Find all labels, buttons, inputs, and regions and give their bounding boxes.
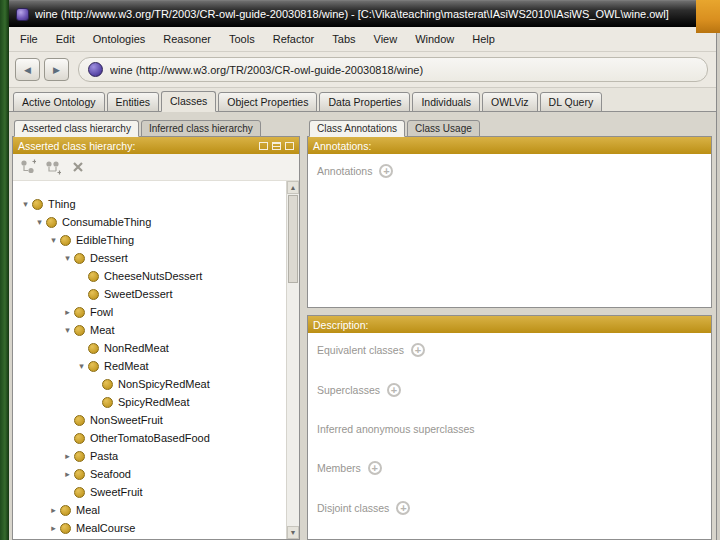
chevron-down-icon[interactable]: ▾ [61, 253, 74, 263]
tab-individuals[interactable]: Individuals [412, 92, 480, 112]
title-bar[interactable]: wine (http://www.w3.org/TR/2003/CR-owl-g… [9, 0, 716, 27]
protege-logo-icon [88, 62, 103, 77]
class-icon [88, 271, 99, 282]
scroll-thumb[interactable] [288, 195, 298, 283]
add-annotations-button[interactable]: + [379, 164, 393, 178]
add-disjoint-classes-button[interactable]: + [396, 501, 410, 515]
add-superclasses-button[interactable]: + [387, 383, 401, 397]
scroll-down-button[interactable]: ▼ [287, 526, 299, 539]
tree-item-nonspicyredmeat[interactable]: NonSpicyRedMeat [13, 375, 299, 393]
panel-float-icon[interactable] [285, 142, 294, 150]
menu-item-file[interactable]: File [11, 29, 47, 49]
chevron-right-icon[interactable]: ▸ [47, 505, 60, 515]
class-icon [74, 487, 85, 498]
menu-item-view[interactable]: View [365, 29, 407, 49]
tree-item-nonredmeat[interactable]: NonRedMeat [13, 339, 299, 357]
tree-item-redmeat[interactable]: ▾RedMeat [13, 357, 299, 375]
description-header: Description: [308, 316, 711, 333]
description-title: Description: [313, 319, 368, 331]
add-sibling-class-button[interactable] [42, 156, 64, 178]
chevron-down-icon[interactable]: ▾ [47, 235, 60, 245]
tree-item-othertomatobasedfood[interactable]: OtherTomatoBasedFood [13, 429, 299, 447]
tree-item-thing[interactable]: ▾Thing [13, 195, 299, 213]
chevron-right-icon[interactable]: ▸ [61, 307, 74, 317]
class-icon [88, 361, 99, 372]
panel-maximize-icon[interactable] [259, 142, 268, 150]
tree-item-seafood[interactable]: ▸Seafood [13, 465, 299, 483]
tab-active-ontology[interactable]: Active Ontology [13, 92, 105, 112]
annotations-section: Class AnnotationsClass Usage Annotations… [307, 118, 712, 308]
main-tab-bar: Active OntologyEntitiesClassesObject Pro… [9, 88, 716, 112]
class-icon [88, 289, 99, 300]
tree-item-mealcourse[interactable]: ▸MealCourse [13, 519, 299, 537]
chevron-down-icon[interactable]: ▾ [33, 217, 46, 227]
class-name: NonRedMeat [104, 342, 169, 354]
forward-button[interactable]: ▶ [44, 58, 69, 81]
class-name: NonSweetFruit [90, 414, 163, 426]
tree-item-meat[interactable]: ▾Meat [13, 321, 299, 339]
annotations-subtab-bar: Class AnnotationsClass Usage [307, 118, 712, 136]
tab-classes[interactable]: Classes [161, 91, 216, 112]
desktop-edge-stripe [0, 0, 9, 540]
add-subclass-button[interactable] [17, 156, 39, 178]
tab-inferred-class-hierarchy[interactable]: Inferred class hierarchy [141, 120, 261, 137]
chevron-down-icon[interactable]: ▾ [19, 199, 32, 209]
tree-item-consumablething[interactable]: ▾ConsumableThing [13, 213, 299, 231]
menu-item-tools[interactable]: Tools [220, 29, 264, 49]
add-equivalent-classes-button[interactable]: + [411, 343, 425, 357]
chevron-right-icon[interactable]: ▸ [47, 523, 60, 533]
tree-item-sweetdessert[interactable]: SweetDessert [13, 285, 299, 303]
tree-item-cheesenutsdessert[interactable]: CheeseNutsDessert [13, 267, 299, 285]
chevron-down-icon[interactable]: ▾ [61, 325, 74, 335]
class-name: Thing [48, 198, 76, 210]
scroll-up-button[interactable]: ▲ [287, 181, 299, 194]
tab-asserted-class-hierarchy[interactable]: Asserted class hierarchy [14, 120, 139, 137]
menu-item-help[interactable]: Help [463, 29, 504, 49]
menu-item-reasoner[interactable]: Reasoner [154, 29, 220, 49]
class-name: Fowl [90, 306, 113, 318]
tree-item-sweetfruit[interactable]: SweetFruit [13, 483, 299, 501]
section-label: Members [317, 462, 361, 474]
menu-item-ontologies[interactable]: Ontologies [84, 29, 155, 49]
class-icon [102, 379, 113, 390]
menu-item-edit[interactable]: Edit [47, 29, 84, 49]
back-button[interactable]: ◀ [15, 58, 40, 81]
panel-menu-icon[interactable] [272, 142, 281, 150]
tab-class-usage[interactable]: Class Usage [407, 120, 480, 137]
menu-item-window[interactable]: Window [406, 29, 463, 49]
chevron-down-icon[interactable]: ▾ [75, 361, 88, 371]
class-name: CheeseNutsDessert [104, 270, 202, 282]
tree-item-spicyredmeat[interactable]: SpicyRedMeat [13, 393, 299, 411]
tab-data-properties[interactable]: Data Properties [319, 92, 410, 112]
asserted-hierarchy-box: Asserted class hierarchy: [12, 136, 300, 540]
menu-item-tabs[interactable]: Tabs [323, 29, 364, 49]
tree-item-clipped[interactable]: ▸ [13, 537, 299, 539]
tree-item-fowl[interactable]: ▸Fowl [13, 303, 299, 321]
tab-dl-query[interactable]: DL Query [540, 92, 603, 112]
ontology-address-bar[interactable]: wine (http://www.w3.org/TR/2003/CR-owl-g… [78, 57, 708, 82]
tab-object-properties[interactable]: Object Properties [218, 92, 317, 112]
chevron-right-icon[interactable]: ▸ [61, 469, 74, 479]
tree-item-meal[interactable]: ▸Meal [13, 501, 299, 519]
class-name: SpicyRedMeat [118, 396, 190, 408]
section-label: Annotations [317, 165, 372, 177]
class-icon [60, 505, 71, 516]
tree-scrollbar[interactable]: ▲ ▼ [286, 181, 299, 539]
chevron-right-icon[interactable]: ▸ [61, 451, 74, 461]
window-title: wine (http://www.w3.org/TR/2003/CR-owl-g… [35, 8, 669, 20]
tree-item-ediblething[interactable]: ▾EdibleThing [13, 231, 299, 249]
delete-class-button[interactable] [67, 156, 89, 178]
delete-class-icon [70, 159, 86, 175]
add-members-button[interactable]: + [368, 461, 382, 475]
tree-item-nonsweetfruit[interactable]: NonSweetFruit [13, 411, 299, 429]
tab-entities[interactable]: Entities [107, 92, 159, 112]
row-inferred-anonymous-superclasses: Inferred anonymous superclasses [317, 423, 702, 435]
hierarchy-subtab-bar: Asserted class hierarchyInferred class h… [12, 118, 300, 136]
tree-item-dessert[interactable]: ▾Dessert [13, 249, 299, 267]
class-icon [60, 235, 71, 246]
section-label: Disjoint classes [317, 502, 389, 514]
menu-item-refactor[interactable]: Refactor [264, 29, 324, 49]
tree-item-pasta[interactable]: ▸Pasta [13, 447, 299, 465]
tab-class-annotations[interactable]: Class Annotations [309, 120, 405, 137]
tab-owlviz[interactable]: OWLViz [482, 92, 538, 112]
